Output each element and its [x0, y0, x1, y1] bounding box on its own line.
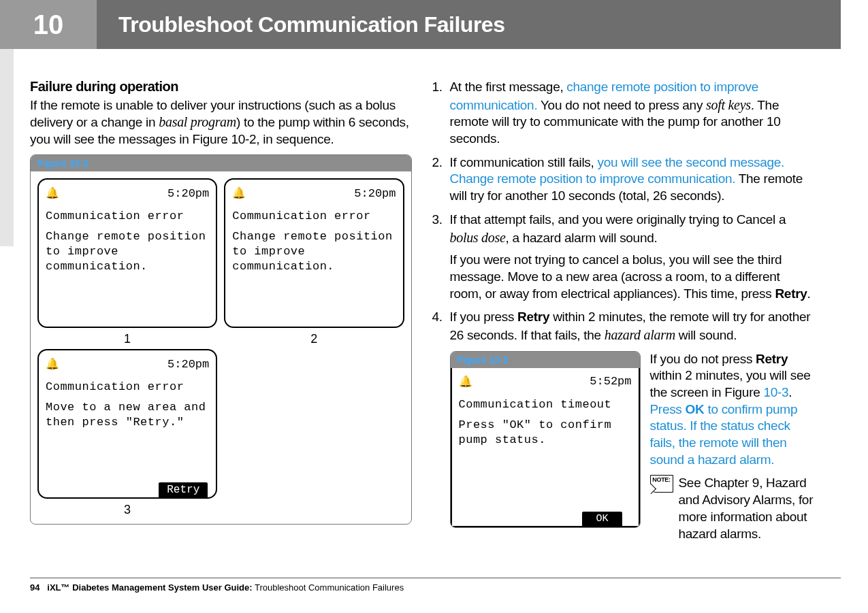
side-text-a: If you do not press: [650, 352, 756, 366]
ok-button[interactable]: OK: [582, 512, 622, 526]
left-margin-strip: [0, 49, 14, 246]
note-icon: NOTE:: [650, 475, 673, 493]
page-header: 10 Troubleshoot Communication Failures: [0, 0, 841, 49]
empty-screen-slot: [224, 349, 404, 517]
step-3-para2-b: .: [807, 286, 811, 301]
screen-2-time: 5:20pm: [354, 187, 396, 200]
side-text-blue1: 10-3: [763, 385, 788, 399]
screen-1-body: Change remote position to improve commun…: [46, 229, 209, 274]
page-number: 94: [30, 582, 39, 593]
side-text-bold: Retry: [756, 352, 788, 366]
screen-1-time: 5:20pm: [167, 187, 209, 200]
side-blue2-bold: OK: [686, 402, 705, 416]
chapter-number: 10: [0, 0, 97, 49]
step-3-text-a: If that attempt fails, and you were orig…: [450, 212, 786, 227]
step-4-bold: Retry: [517, 310, 549, 324]
screen-3-time: 5:20pm: [167, 358, 209, 371]
page-title: Troubleshoot Communication Failures: [97, 0, 841, 49]
screen-1: 🔔 5:20pm Communication error Change remo…: [37, 178, 217, 328]
bell-icon: 🔔: [46, 186, 59, 200]
screen-3-title: Communication error: [46, 380, 209, 393]
screen-timeout-body: Press "OK" to confirm pump status.: [459, 418, 632, 448]
screen-3: 🔔 5:20pm Communication error Move to a n…: [37, 349, 217, 499]
step-2-text-a: If communication still fails,: [450, 155, 598, 169]
step-1-text-b: You do not need to press any: [537, 98, 706, 112]
screen-1-title: Communication error: [46, 210, 209, 222]
screen-timeout-title: Communication timeout: [459, 398, 632, 411]
step-4-text-c: will sound.: [675, 328, 737, 342]
footer-section: Troubleshoot Communication Failures: [253, 582, 404, 593]
side-text-blue2: Press OK to confirm pump status. If the …: [650, 402, 798, 467]
note-block: NOTE: See Chapter 9, Hazard and Advisory…: [650, 475, 814, 542]
screen-2: 🔔 5:20pm Communication error Change remo…: [224, 178, 404, 328]
screen-2-title: Communication error: [232, 210, 396, 222]
footer-guide-title: iXL™ Diabetes Management System User Gui…: [47, 582, 252, 593]
section-heading: Failure during operation: [30, 79, 412, 95]
step-3-para2-a: If you were not trying to cancel a bolus…: [450, 252, 782, 300]
screen-3-number: 3: [37, 503, 217, 517]
intro-italic: basal program: [159, 114, 236, 129]
note-text: See Chapter 9, Hazard and Advisory Alarm…: [679, 475, 814, 542]
bell-icon: 🔔: [46, 357, 59, 371]
bell-icon: 🔔: [459, 375, 472, 388]
step-3: If that attempt fails, and you were orig…: [432, 212, 814, 302]
side-text-c: .: [788, 385, 792, 399]
left-column: Failure during operation If the remote i…: [30, 79, 412, 542]
retry-button[interactable]: Retry: [159, 482, 208, 497]
step-4-italic: hazard alarm: [605, 327, 675, 342]
step-3-para2: If you were not trying to cancel a bolus…: [450, 252, 814, 302]
step-1: At the first message, change remote posi…: [432, 79, 814, 148]
screen-3-body: Move to a new area and then press "Retry…: [46, 400, 209, 430]
steps-list: At the first message, change remote posi…: [432, 79, 814, 344]
figure-10-2: Figure 10-2 🔔 5:20pm Communication error…: [30, 154, 412, 525]
step-3-para2-bold: Retry: [775, 286, 807, 301]
screen-1-number: 1: [37, 332, 217, 346]
screen-timeout: 🔔 5:52pm Communication timeout Press "OK…: [451, 368, 640, 527]
intro-paragraph: If the remote is unable to deliver your …: [30, 97, 412, 148]
step-3-text-b: , a hazard alarm will sound.: [506, 231, 658, 245]
step-3-italic: bolus dose: [450, 230, 506, 245]
step-2: If communication still fails, you will s…: [432, 154, 814, 205]
step-1-text-a: At the first message,: [450, 80, 567, 94]
figure-10-2-label: Figure 10-2: [31, 155, 411, 171]
figure-10-3-label: Figure 10-3: [451, 352, 640, 368]
screen-2-number: 2: [224, 332, 404, 346]
screen-timeout-time: 5:52pm: [590, 375, 631, 388]
step-4: If you press Retry within 2 minutes, the…: [432, 309, 814, 344]
side-blue2-a: Press: [650, 402, 686, 416]
step-1-italic: soft keys: [706, 97, 751, 112]
screen-2-body: Change remote position to improve commun…: [232, 229, 396, 274]
figure-10-3: Figure 10-3 🔔 5:52pm Communication timeo…: [450, 351, 641, 528]
bell-icon: 🔔: [232, 186, 246, 200]
right-column: At the first message, change remote posi…: [432, 79, 814, 542]
page-footer: 94 iXL™ Diabetes Management System User …: [30, 578, 841, 593]
step-4-text-a: If you press: [450, 310, 518, 324]
figure-10-3-side-text: If you do not press Retry within 2 minut…: [650, 351, 814, 543]
